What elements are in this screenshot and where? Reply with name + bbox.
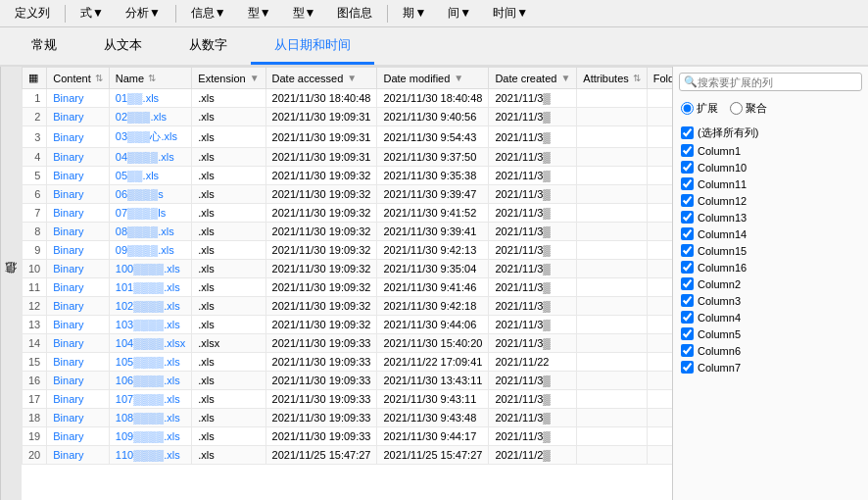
col-header-date-created[interactable]: Date created ▼ bbox=[489, 68, 577, 89]
table-cell[interactable]: 106▒▒▒▒.xls bbox=[109, 372, 192, 390]
column-checkbox[interactable] bbox=[681, 294, 694, 307]
table-row[interactable]: 8Binary08▒▒▒▒.xls.xls2021/11/30 19:09:32… bbox=[23, 223, 673, 241]
table-cell[interactable]: 20 bbox=[23, 446, 47, 465]
tab-from-text[interactable]: 从文本 bbox=[80, 27, 166, 65]
column-checkbox[interactable] bbox=[681, 194, 694, 207]
table-cell[interactable]: 9 bbox=[23, 241, 47, 260]
sort-name-icon[interactable]: ⇅ bbox=[148, 73, 156, 83]
table-cell[interactable]: 04▒▒▒▒.xls bbox=[109, 148, 192, 167]
column-list-item[interactable]: Column3 bbox=[679, 292, 862, 309]
table-cell[interactable]: 11 bbox=[23, 278, 47, 297]
column-checkbox[interactable] bbox=[681, 261, 694, 274]
table-row[interactable]: 1Binary01▒▒.xls.xls2021/11/30 18:40:4820… bbox=[23, 89, 673, 108]
table-cell[interactable]: 05▒▒.xls bbox=[109, 167, 192, 185]
table-row[interactable]: 11Binary101▒▒▒▒.xls.xls2021/11/30 19:09:… bbox=[23, 278, 673, 297]
table-cell[interactable]: 03▒▒▒心.xls bbox=[109, 126, 192, 148]
table-row[interactable]: 19Binary109▒▒▒▒.xls.xls2021/11/30 19:09:… bbox=[23, 427, 673, 446]
col-header-attributes[interactable]: Attributes ⇅ bbox=[577, 68, 647, 89]
column-list-item[interactable]: Column16 bbox=[679, 259, 862, 275]
column-list-item[interactable]: Column5 bbox=[679, 325, 862, 342]
table-cell[interactable]: 7 bbox=[23, 204, 47, 223]
table-cell[interactable]: 101▒▒▒▒.xls bbox=[109, 278, 192, 297]
table-cell[interactable]: 07▒▒▒▒ls bbox=[109, 204, 192, 223]
column-list-item[interactable]: Column7 bbox=[679, 359, 862, 375]
sort-attr-icon[interactable]: ⇅ bbox=[633, 73, 641, 83]
table-cell[interactable]: 4 bbox=[23, 148, 47, 167]
table-row[interactable]: 3Binary03▒▒▒心.xls.xls2021/11/30 19:09:31… bbox=[23, 126, 673, 148]
sort-created-icon[interactable]: ▼ bbox=[560, 73, 570, 83]
sort-modified-icon[interactable]: ▼ bbox=[454, 73, 463, 83]
toolbar-info[interactable]: 信息▼ bbox=[182, 2, 235, 25]
data-table-container[interactable]: ▦ Content ⇅ Name ⇅ bbox=[22, 67, 672, 500]
column-checkbox[interactable] bbox=[681, 227, 694, 240]
column-list-item[interactable]: Column2 bbox=[679, 275, 862, 292]
table-cell[interactable]: Binary bbox=[47, 89, 110, 108]
column-checkbox[interactable] bbox=[681, 177, 694, 190]
table-cell[interactable]: Binary bbox=[47, 446, 110, 465]
toolbar-define-col[interactable]: 定义列 bbox=[6, 2, 59, 25]
table-cell[interactable]: 1 bbox=[23, 89, 47, 108]
radio-aggregate[interactable]: 聚合 bbox=[730, 101, 767, 116]
table-row[interactable]: 17Binary107▒▒▒▒.xls.xls2021/11/30 19:09:… bbox=[23, 390, 673, 409]
table-cell[interactable]: Binary bbox=[47, 390, 110, 409]
table-row[interactable]: 7Binary07▒▒▒▒ls.xls2021/11/30 19:09:3220… bbox=[23, 204, 673, 223]
toolbar-img-info[interactable]: 图信息 bbox=[328, 2, 381, 25]
column-list-item[interactable]: (选择所有列) bbox=[679, 124, 862, 142]
table-cell[interactable]: 103▒▒▒▒.xls bbox=[109, 316, 192, 334]
column-checkbox[interactable] bbox=[681, 344, 694, 357]
tab-general[interactable]: 常规 bbox=[8, 27, 80, 65]
table-cell[interactable]: Binary bbox=[47, 427, 110, 446]
column-checkbox[interactable] bbox=[681, 144, 694, 157]
col-header-date-accessed[interactable]: Date accessed ▼ bbox=[265, 68, 377, 89]
table-cell[interactable]: 110▒▒▒▒.xls bbox=[109, 446, 192, 465]
table-row[interactable]: 20Binary110▒▒▒▒.xls.xls2021/11/25 15:47:… bbox=[23, 446, 673, 465]
table-row[interactable]: 2Binary02▒▒▒.xls.xls2021/11/30 19:09:312… bbox=[23, 108, 673, 126]
column-list-item[interactable]: Column11 bbox=[679, 175, 862, 192]
table-cell[interactable]: 09▒▒▒▒.xls bbox=[109, 241, 192, 260]
column-checkbox[interactable] bbox=[681, 244, 694, 257]
column-checkbox[interactable] bbox=[681, 361, 694, 374]
table-cell[interactable]: 08▒▒▒▒.xls bbox=[109, 223, 192, 241]
table-cell[interactable]: 109▒▒▒▒.xls bbox=[109, 427, 192, 446]
toolbar-type1[interactable]: 型▼ bbox=[239, 2, 280, 25]
sort-ext-icon[interactable]: ▼ bbox=[250, 73, 260, 83]
table-row[interactable]: 5Binary05▒▒.xls.xls2021/11/30 19:09:3220… bbox=[23, 167, 673, 185]
table-cell[interactable]: 06▒▒▒▒s bbox=[109, 185, 192, 204]
table-cell[interactable]: 3 bbox=[23, 126, 47, 148]
table-cell[interactable]: Binary bbox=[47, 241, 110, 260]
table-row[interactable]: 13Binary103▒▒▒▒.xls.xls2021/11/30 19:09:… bbox=[23, 316, 673, 334]
table-cell[interactable]: 16 bbox=[23, 372, 47, 390]
table-cell[interactable]: Binary bbox=[47, 204, 110, 223]
table-cell[interactable]: Binary bbox=[47, 148, 110, 167]
table-cell[interactable]: 02▒▒▒.xls bbox=[109, 108, 192, 126]
table-cell[interactable]: 15 bbox=[23, 353, 47, 372]
table-cell[interactable]: 102▒▒▒▒.xls bbox=[109, 297, 192, 316]
column-checkbox[interactable] bbox=[681, 277, 694, 290]
toolbar-type2[interactable]: 型▼ bbox=[284, 2, 325, 25]
column-list-item[interactable]: Column1 bbox=[679, 142, 862, 159]
col-header-folder[interactable]: Folder bbox=[647, 68, 672, 89]
table-cell[interactable]: 104▒▒▒▒.xlsx bbox=[109, 334, 192, 353]
table-row[interactable]: 16Binary106▒▒▒▒.xls.xls2021/11/30 19:09:… bbox=[23, 372, 673, 390]
table-cell[interactable]: Binary bbox=[47, 108, 110, 126]
table-cell[interactable]: Binary bbox=[47, 260, 110, 278]
table-cell[interactable]: 19 bbox=[23, 427, 47, 446]
table-row[interactable]: 9Binary09▒▒▒▒.xls.xls2021/11/30 19:09:32… bbox=[23, 241, 673, 260]
column-checkbox[interactable] bbox=[681, 311, 694, 324]
table-row[interactable]: 4Binary04▒▒▒▒.xls.xls2021/11/30 19:09:31… bbox=[23, 148, 673, 167]
table-cell[interactable]: Binary bbox=[47, 167, 110, 185]
table-cell[interactable]: Binary bbox=[47, 316, 110, 334]
column-list-item[interactable]: Column12 bbox=[679, 192, 862, 209]
column-checkbox[interactable] bbox=[681, 161, 694, 174]
col-header-name[interactable]: Name ⇅ bbox=[109, 68, 192, 89]
toolbar-time[interactable]: 时间▼ bbox=[484, 2, 537, 25]
table-row[interactable]: 12Binary102▒▒▒▒.xls.xls2021/11/30 19:09:… bbox=[23, 297, 673, 316]
table-cell[interactable]: Binary bbox=[47, 126, 110, 148]
sort-content-icon[interactable]: ⇅ bbox=[95, 73, 103, 83]
table-cell[interactable]: 105▒▒▒▒.xls bbox=[109, 353, 192, 372]
column-list-item[interactable]: Column13 bbox=[679, 209, 862, 225]
column-list-item[interactable]: Column15 bbox=[679, 242, 862, 259]
table-cell[interactable]: 8 bbox=[23, 223, 47, 241]
table-cell[interactable]: 18 bbox=[23, 409, 47, 427]
table-cell[interactable]: 14 bbox=[23, 334, 47, 353]
